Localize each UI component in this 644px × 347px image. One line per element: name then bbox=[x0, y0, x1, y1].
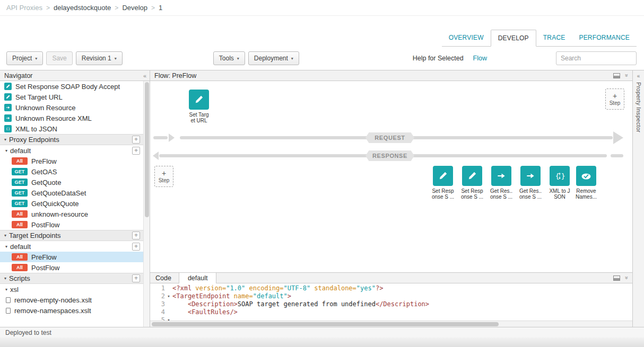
add-flow-button[interactable]: + bbox=[132, 243, 140, 251]
scrollbar-thumb[interactable] bbox=[152, 322, 499, 326]
policy-step-set-response-1[interactable]: Set Response S ... bbox=[429, 166, 457, 200]
arrow-right-icon bbox=[169, 134, 175, 142]
plus-icon: + bbox=[613, 92, 617, 100]
policy-step-xml-to-json[interactable]: {} XML to JSON bbox=[545, 166, 574, 200]
breadcrumb-revision[interactable]: 1 bbox=[159, 4, 162, 12]
nav-target-preflow-selected[interactable]: All PreFlow bbox=[0, 252, 150, 262]
nav-policy-unknown-resource-xml[interactable]: Unknown Resource XML bbox=[0, 113, 150, 123]
flow-label: PostFlow bbox=[31, 264, 59, 272]
help-for-selected-label: Help for Selected bbox=[413, 55, 464, 62]
arrow-icon bbox=[4, 104, 12, 111]
policy-step-set-target-url[interactable]: Set Target URL bbox=[184, 90, 214, 123]
expand-panel-icon[interactable]: « bbox=[637, 73, 640, 79]
method-badge-get: GET bbox=[12, 200, 28, 207]
fold-icon: ▾ bbox=[165, 292, 172, 300]
nav-script-remove-namespaces[interactable]: remove-namespaces.xslt bbox=[0, 305, 150, 316]
section-target-endpoints[interactable]: ▾ Target Endpoints + bbox=[0, 230, 150, 241]
help-flow-link[interactable]: Flow bbox=[473, 55, 487, 62]
add-target-endpoint-button[interactable]: + bbox=[132, 232, 140, 239]
method-badge-get: GET bbox=[12, 168, 28, 175]
flow-label: GetOAS bbox=[31, 168, 57, 176]
collapse-panel-icon[interactable]: « bbox=[143, 73, 146, 79]
target-endpoint-group-default[interactable]: ▾ default + bbox=[0, 241, 150, 252]
nav-proxy-getquotedataset[interactable]: GET GetQuoteDataSet bbox=[0, 188, 150, 198]
policy-label: XML to JSON bbox=[15, 125, 57, 133]
policy-label: Set Target URL bbox=[15, 93, 63, 101]
nav-policy-xml-to-json[interactable]: {} XML to JSON bbox=[0, 123, 150, 134]
nav-proxy-postflow[interactable]: All PostFlow bbox=[0, 219, 150, 230]
revision-button[interactable]: Revision 1 ▾ bbox=[76, 51, 123, 65]
toggle-code-panel-icon[interactable] bbox=[613, 73, 620, 78]
policy-step-remove-namespaces[interactable]: RemoveNames... bbox=[572, 166, 601, 200]
property-inspector-label: Property Inspector bbox=[636, 82, 642, 132]
group-label: xsl bbox=[10, 286, 150, 293]
file-icon bbox=[6, 297, 11, 303]
toggle-code-panel-icon[interactable] bbox=[613, 275, 620, 281]
triangle-down-icon: ▾ bbox=[4, 137, 6, 142]
script-group-xsl[interactable]: ▾ xsl bbox=[0, 284, 150, 295]
code-horizontal-scrollbar[interactable] bbox=[150, 321, 632, 327]
nav-proxy-preflow[interactable]: All PreFlow bbox=[0, 156, 150, 166]
nav-proxy-getquote[interactable]: GET GetQuote bbox=[0, 177, 150, 188]
add-step-button-response[interactable]: + Step bbox=[154, 166, 173, 187]
add-proxy-endpoint-button[interactable]: + bbox=[132, 136, 140, 144]
scrollbar-thumb[interactable] bbox=[145, 82, 149, 217]
project-button[interactable]: Project ▾ bbox=[6, 51, 43, 65]
breadcrumb-develop[interactable]: Develop bbox=[122, 4, 147, 12]
triangle-down-icon: ▾ bbox=[5, 148, 7, 153]
proxy-endpoint-group-default[interactable]: ▾ default + bbox=[0, 145, 150, 156]
deployment-button[interactable]: Deployment ▾ bbox=[248, 51, 299, 65]
code-editor[interactable]: 1 <?xml version="1.0" encoding="UTF-8" s… bbox=[150, 283, 632, 321]
step-label: Get Res..onse S ... bbox=[519, 188, 542, 200]
main-workspace: Navigator « Set Response SOAP Body Accep… bbox=[0, 70, 644, 327]
nav-target-postflow[interactable]: All PostFlow bbox=[0, 262, 150, 273]
pencil-icon bbox=[189, 90, 209, 110]
flow-canvas[interactable]: Set Target URL + Step + Step REQUEST bbox=[150, 81, 632, 272]
collapse-panel-icon[interactable]: « bbox=[624, 74, 630, 77]
add-step-label: Step bbox=[610, 100, 621, 106]
triangle-down-icon: ▾ bbox=[4, 276, 6, 281]
policy-step-get-response-2[interactable]: Get Res..onse S ... bbox=[516, 166, 545, 200]
nav-proxy-getquickquote[interactable]: GET GetQuickQuote bbox=[0, 198, 150, 209]
search-input[interactable] bbox=[556, 51, 637, 65]
nav-script-remove-empty-nodes[interactable]: remove-empty-nodes.xslt bbox=[0, 295, 150, 305]
add-script-button[interactable]: + bbox=[132, 274, 140, 282]
code-tab-default[interactable]: default bbox=[179, 273, 217, 284]
code-line: 5▾ bbox=[150, 316, 632, 321]
section-scripts[interactable]: ▾ Scripts + bbox=[0, 273, 150, 284]
plus-icon: + bbox=[162, 170, 166, 177]
nav-policy-set-target-url[interactable]: Set Target URL bbox=[0, 92, 150, 102]
save-button-label: Save bbox=[52, 55, 66, 62]
method-badge-all: All bbox=[12, 221, 28, 228]
nav-policy-set-response-soap-body-accept[interactable]: Set Response SOAP Body Accept bbox=[0, 81, 150, 92]
revision-button-label: Revision 1 bbox=[82, 55, 111, 62]
flow-label: unknown-resource bbox=[31, 210, 88, 218]
tab-develop[interactable]: DEVELOP bbox=[491, 30, 536, 47]
save-button[interactable]: Save bbox=[46, 51, 72, 65]
apigee-proxy-editor: API Proxies > delayedstockquote > Develo… bbox=[0, 0, 644, 347]
tab-overview[interactable]: OVERVIEW bbox=[442, 30, 491, 46]
flow-label: PostFlow bbox=[31, 221, 59, 229]
section-proxy-endpoints[interactable]: ▾ Proxy Endpoints + bbox=[0, 134, 150, 145]
property-inspector-strip[interactable]: « Property Inspector bbox=[632, 70, 644, 327]
flow-label: GetQuickQuote bbox=[31, 200, 79, 208]
breadcrumb-api-proxies[interactable]: API Proxies bbox=[6, 4, 42, 12]
nav-proxy-unknown-resource[interactable]: All unknown-resource bbox=[0, 209, 150, 219]
policy-step-set-response-2[interactable]: Set Response S ... bbox=[458, 166, 486, 200]
step-label: Get Res..onse S ... bbox=[490, 188, 512, 200]
code-line: 4 <FaultRules/> bbox=[150, 308, 632, 316]
pencil-icon bbox=[433, 166, 453, 186]
section-title: Target Endpoints bbox=[9, 232, 132, 239]
breadcrumb-proxy-name[interactable]: delayedstockquote bbox=[54, 4, 111, 12]
tools-button[interactable]: Tools ▾ bbox=[213, 51, 245, 65]
add-flow-button[interactable]: + bbox=[132, 147, 140, 155]
nav-policy-unknown-resource[interactable]: Unknown Resource bbox=[0, 102, 150, 113]
policy-step-get-response-1[interactable]: Get Res..onse S ... bbox=[487, 166, 516, 200]
tab-performance[interactable]: PERFORMANCE bbox=[572, 30, 637, 46]
nav-proxy-getoas[interactable]: GET GetOAS bbox=[0, 166, 150, 177]
navigator-scrollbar[interactable] bbox=[143, 81, 150, 327]
navigator-header: Navigator « bbox=[0, 70, 150, 81]
tab-trace[interactable]: TRACE bbox=[536, 30, 572, 46]
collapse-panel-icon[interactable]: « bbox=[624, 277, 630, 280]
add-step-button-request[interactable]: + Step bbox=[605, 88, 624, 110]
